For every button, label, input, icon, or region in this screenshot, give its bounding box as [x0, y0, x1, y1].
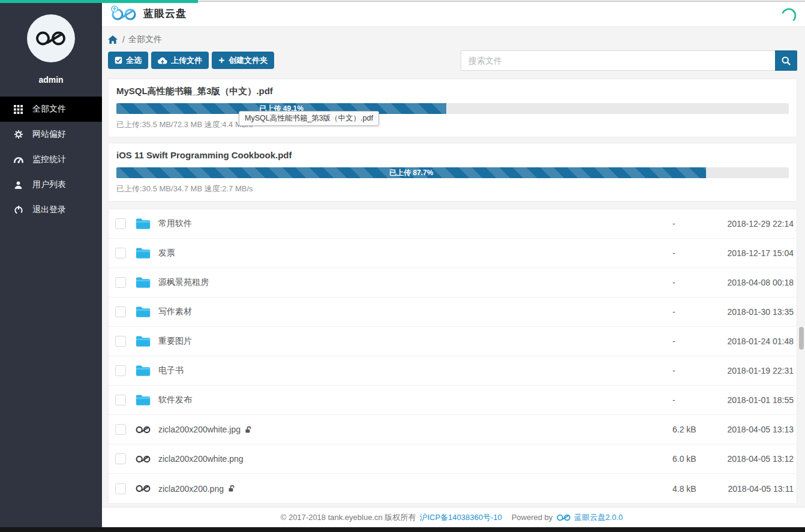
search-button[interactable] [775, 50, 797, 71]
sidebar: admin 全部文件 [0, 0, 102, 527]
app-title: 蓝眼云盘 [143, 7, 187, 20]
table-row[interactable]: 发票 - 2018-12-17 15:04 [109, 239, 797, 268]
unlock-icon [245, 426, 253, 434]
row-checkbox[interactable] [115, 277, 126, 288]
file-name[interactable]: zicla200x200white.png [158, 454, 244, 464]
table-row[interactable]: 电子书 - 2018-01-19 22:31 [109, 356, 797, 386]
file-date: 2018-04-05 13:13 [704, 425, 794, 434]
file-size: 4.8 kB [672, 484, 704, 494]
file-name[interactable]: zicla200x200white.jpg [158, 425, 241, 434]
brand-version-link[interactable]: 蓝眼云盘2.0.0 [574, 512, 623, 523]
table-row[interactable]: zicla200x200white.jpg 6.2 kB 2018-04-05 … [109, 415, 797, 444]
search-icon [781, 56, 791, 66]
sidebar-item-label: 全部文件 [32, 104, 66, 115]
search-input[interactable] [461, 50, 775, 71]
row-checkbox[interactable] [115, 248, 126, 259]
upload-tooltip: MySQL高性能书籍_第3版（中文）.pdf [239, 111, 379, 126]
table-row[interactable]: 源枫景苑租房 - 2018-04-08 00:18 [109, 268, 797, 297]
file-size: - [672, 248, 704, 258]
breadcrumb-current: 全部文件 [128, 34, 162, 45]
image-file-icon [136, 454, 151, 464]
file-date: 2018-04-08 00:18 [704, 278, 794, 287]
file-name[interactable]: 发票 [158, 248, 175, 259]
upload-list: MySQL高性能书籍_第3版（中文）.pdf 已上传 49.1% 已上传:35.… [108, 79, 797, 202]
file-date: 2018-04-05 13:12 [704, 454, 794, 464]
upload-detail: 已上传:30.5 MB/34.7 MB 速度:2.7 MB/s [116, 184, 789, 193]
row-checkbox[interactable] [115, 424, 126, 435]
folder-icon [136, 306, 151, 318]
table-row[interactable]: 常用软件 - 2018-12-29 22:14 [109, 209, 797, 239]
file-size: - [672, 307, 704, 317]
cloud-upload-icon [158, 57, 167, 64]
table-row[interactable]: 软件发布 - 2018-01-01 18:55 [109, 386, 797, 415]
select-all-button[interactable]: 全选 [108, 52, 148, 69]
breadcrumb: / 全部文件 [108, 34, 797, 45]
table-row[interactable]: zicla200x200white.png 6.0 kB 2018-04-05 … [109, 444, 797, 474]
file-date: 2018-01-01 18:55 [704, 395, 794, 405]
avatar[interactable] [27, 14, 75, 62]
row-checkbox[interactable] [115, 395, 126, 405]
progress-track: 已上传 87.7% [116, 167, 789, 178]
file-name[interactable]: 源枫景苑租房 [158, 277, 209, 288]
sidebar-item-label: 退出登录 [32, 205, 66, 215]
upload-detail: 已上传:35.5 MB/72.3 MB 速度:4.4 MB/s [116, 119, 789, 129]
file-size: - [672, 278, 704, 287]
upload-file-name: MySQL高性能书籍_第3版（中文）.pdf [116, 86, 789, 98]
sidebar-item-all-files[interactable]: 全部文件 [0, 97, 102, 122]
upload-file-button[interactable]: 上传文件 [151, 52, 209, 69]
sidebar-menu: 全部文件 网站偏好 [0, 97, 102, 223]
file-size: - [672, 336, 704, 346]
create-folder-button[interactable]: 创建文件夹 [212, 52, 274, 69]
checkbox-check-icon [115, 56, 122, 64]
file-size: - [672, 366, 704, 375]
app-logo-icon [110, 5, 137, 22]
row-checkbox[interactable] [115, 306, 126, 317]
sidebar-item-monitoring-stats[interactable]: 监控统计 [0, 147, 102, 172]
file-date: 2018-04-05 13:11 [704, 484, 794, 494]
unlock-icon [228, 485, 236, 492]
file-size: 6.0 kB [672, 454, 704, 464]
file-name[interactable]: 软件发布 [158, 395, 192, 405]
power-icon [13, 205, 23, 215]
scrollbar-thumb[interactable] [799, 327, 804, 350]
home-icon[interactable] [108, 35, 118, 44]
sidebar-item-logout[interactable]: 退出登录 [0, 197, 102, 223]
image-file-icon [136, 425, 151, 435]
file-date: 2018-01-24 01:48 [704, 336, 794, 346]
sidebar-item-user-list[interactable]: 用户列表 [0, 172, 102, 197]
file-name[interactable]: 常用软件 [158, 218, 192, 229]
upload-card: iOS 11 Swift Programming Cookbook.pdf 已上… [108, 143, 797, 202]
row-checkbox[interactable] [115, 453, 126, 464]
plus-icon [218, 57, 225, 64]
row-checkbox[interactable] [115, 365, 126, 376]
username-label: admin [0, 75, 102, 85]
search-box [461, 50, 797, 71]
row-checkbox[interactable] [115, 483, 126, 494]
row-checkbox[interactable] [115, 218, 126, 229]
upload-file-name: iOS 11 Swift Programming Cookbook.pdf [116, 150, 789, 162]
breadcrumb-separator: / [122, 35, 125, 44]
file-name[interactable]: 重要图片 [158, 336, 192, 347]
table-row[interactable]: 重要图片 - 2018-01-24 01:48 [109, 327, 797, 356]
avatar-logo-icon [35, 28, 67, 49]
file-name[interactable]: zicla200x200.png [158, 484, 224, 494]
icp-link[interactable]: 沪ICP备14038360号-10 [419, 512, 501, 523]
file-date: 2018-01-19 22:31 [704, 366, 794, 375]
folder-icon [136, 365, 151, 377]
folder-icon [136, 247, 151, 259]
folder-icon [136, 276, 151, 288]
sidebar-item-label: 用户列表 [32, 179, 66, 190]
image-file-icon [136, 483, 151, 494]
table-row[interactable]: zicla200x200.png 4.8 kB 2018-04-05 13:11 [109, 474, 797, 503]
sidebar-item-site-preferences[interactable]: 网站偏好 [0, 122, 102, 147]
file-name[interactable]: 写作素材 [158, 306, 192, 317]
file-size: - [672, 395, 704, 405]
upload-card: MySQL高性能书籍_第3版（中文）.pdf 已上传 49.1% 已上传:35.… [108, 79, 797, 137]
file-name[interactable]: 电子书 [158, 365, 184, 376]
loading-spinner-icon [780, 7, 798, 27]
table-row[interactable]: 写作素材 - 2018-01-30 13:35 [109, 297, 797, 327]
user-icon [13, 180, 23, 190]
select-all-label: 全选 [126, 55, 142, 66]
folder-icon [136, 335, 151, 347]
row-checkbox[interactable] [115, 336, 126, 347]
